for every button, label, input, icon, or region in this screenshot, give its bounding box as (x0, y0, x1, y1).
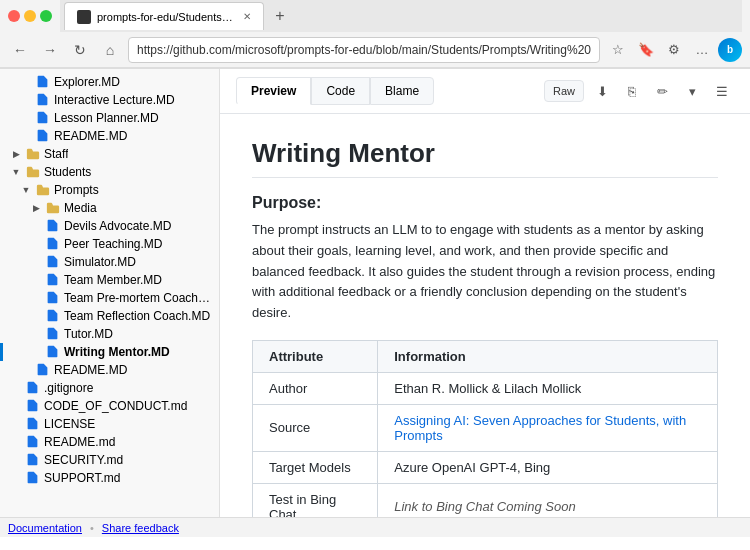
sidebar-item-team-member[interactable]: Team Member.MD (0, 271, 219, 289)
chevron-icon (30, 292, 42, 304)
sidebar-item-support[interactable]: SUPPORT.md (0, 469, 219, 487)
table-cell-attribute: Test in Bing Chat (253, 483, 378, 517)
file-icon (26, 453, 40, 467)
tab-close-icon[interactable]: ✕ (243, 11, 251, 22)
sidebar-item-label: CODE_OF_CONDUCT.md (44, 399, 187, 413)
table-link[interactable]: Assigning AI: Seven Approaches for Stude… (394, 413, 686, 443)
sidebar-item-label: Interactive Lecture.MD (54, 93, 175, 107)
file-icon (36, 363, 50, 377)
file-icon (46, 219, 60, 233)
sidebar-item-staff[interactable]: ▶Staff (0, 145, 219, 163)
sidebar-item-team-reflection[interactable]: Team Reflection Coach.MD (0, 307, 219, 325)
sidebar-item-prompts[interactable]: ▼Prompts (0, 181, 219, 199)
sidebar-item-label: Tutor.MD (64, 327, 113, 341)
page-title: Writing Mentor (252, 138, 718, 178)
sidebar-item-simulator[interactable]: Simulator.MD (0, 253, 219, 271)
sidebar-item-lesson-planner[interactable]: Lesson Planner.MD (0, 109, 219, 127)
new-tab-button[interactable]: + (268, 4, 292, 28)
gh-file-actions: Raw ⬇ ⎘ ✏ ▾ ☰ (544, 79, 734, 103)
table-row: SourceAssigning AI: Seven Approaches for… (253, 404, 718, 451)
edit-dropdown-icon[interactable]: ▾ (680, 79, 704, 103)
sidebar-item-readme-root[interactable]: README.md (0, 433, 219, 451)
chevron-icon (20, 76, 32, 88)
raw-button[interactable]: Raw (544, 80, 584, 102)
browser-tab[interactable]: prompts-for-edu/Students/Prom... ✕ (64, 2, 264, 30)
tab-blame[interactable]: Blame (370, 77, 434, 105)
maximize-button[interactable] (40, 10, 52, 22)
table-cell-attribute: Source (253, 404, 378, 451)
home-button[interactable]: ⌂ (98, 38, 122, 62)
file-icon (26, 435, 40, 449)
more-icon[interactable]: … (690, 38, 714, 62)
documentation-link[interactable]: Documentation (8, 522, 82, 534)
table-cell-info: Azure OpenAI GPT-4, Bing (378, 451, 718, 483)
sidebar-item-label: README.MD (54, 129, 127, 143)
sidebar-item-code-of-conduct[interactable]: CODE_OF_CONDUCT.md (0, 397, 219, 415)
sidebar-item-explorer-md[interactable]: Explorer.MD (0, 73, 219, 91)
address-bar-input[interactable] (128, 37, 600, 63)
sidebar-item-label: Team Reflection Coach.MD (64, 309, 210, 323)
tab-code[interactable]: Code (311, 77, 370, 105)
file-icon (46, 255, 60, 269)
separator: • (90, 522, 94, 534)
folder-icon (36, 183, 50, 197)
back-button[interactable]: ← (8, 38, 32, 62)
file-icon (26, 471, 40, 485)
table-cell-info[interactable]: Assigning AI: Seven Approaches for Stude… (378, 404, 718, 451)
table-header-attribute: Attribute (253, 340, 378, 372)
folder-icon (26, 147, 40, 161)
collections-icon[interactable]: 🔖 (634, 38, 658, 62)
refresh-button[interactable]: ↻ (68, 38, 92, 62)
minimize-button[interactable] (24, 10, 36, 22)
sidebar-item-label: Students (44, 165, 91, 179)
file-tree-sidebar: Explorer.MDInteractive Lecture.MDLesson … (0, 69, 220, 517)
chevron-icon (10, 472, 22, 484)
sidebar-item-devils-advocate[interactable]: Devils Advocate.MD (0, 217, 219, 235)
download-icon[interactable]: ⬇ (590, 79, 614, 103)
tab-favicon (77, 10, 91, 24)
sidebar-item-writing-mentor[interactable]: Writing Mentor.MD (0, 343, 219, 361)
star-icon[interactable]: ☆ (606, 38, 630, 62)
purpose-heading: Purpose: (252, 194, 718, 212)
file-icon (46, 273, 60, 287)
forward-button[interactable]: → (38, 38, 62, 62)
chevron-icon: ▶ (10, 148, 22, 160)
file-icon (36, 129, 50, 143)
table-cell-attribute: Target Models (253, 451, 378, 483)
sidebar-item-peer-teaching[interactable]: Peer Teaching.MD (0, 235, 219, 253)
sidebar-item-media[interactable]: ▶Media (0, 199, 219, 217)
sidebar-item-label: SECURITY.md (44, 453, 123, 467)
chevron-icon: ▼ (10, 166, 22, 178)
sidebar-item-gitignore[interactable]: .gitignore (0, 379, 219, 397)
chevron-icon (10, 382, 22, 394)
file-icon (36, 93, 50, 107)
close-button[interactable] (8, 10, 20, 22)
chevron-icon: ▼ (20, 184, 32, 196)
copy-raw-icon[interactable]: ⎘ (620, 79, 644, 103)
settings-icon[interactable]: ⚙ (662, 38, 686, 62)
sidebar-item-security[interactable]: SECURITY.md (0, 451, 219, 469)
edit-icon[interactable]: ✏ (650, 79, 674, 103)
sidebar-item-label: Peer Teaching.MD (64, 237, 163, 251)
sidebar-item-students[interactable]: ▼Students (0, 163, 219, 181)
sidebar-item-tutor[interactable]: Tutor.MD (0, 325, 219, 343)
file-icon (26, 399, 40, 413)
sidebar-item-readme-md[interactable]: README.MD (0, 361, 219, 379)
sidebar-item-interactive-lecture[interactable]: Interactive Lecture.MD (0, 91, 219, 109)
sidebar-item-readme-md-upper[interactable]: README.MD (0, 127, 219, 145)
sidebar-item-label: Team Pre-mortem Coach.MD (64, 291, 211, 305)
sidebar-item-label: README.md (44, 435, 115, 449)
tab-preview[interactable]: Preview (236, 77, 311, 105)
sidebar-item-label: Staff (44, 147, 68, 161)
markdown-content: Writing Mentor Purpose: The prompt instr… (220, 114, 750, 517)
sidebar-item-team-premortem[interactable]: Team Pre-mortem Coach.MD (0, 289, 219, 307)
file-icon (46, 237, 60, 251)
sidebar-item-label: Simulator.MD (64, 255, 136, 269)
share-feedback-link[interactable]: Share feedback (102, 522, 179, 534)
folder-icon (26, 165, 40, 179)
sidebar-item-license[interactable]: LICENSE (0, 415, 219, 433)
table-cell-attribute: Author (253, 372, 378, 404)
file-icon (26, 381, 40, 395)
more-options-icon[interactable]: ☰ (710, 79, 734, 103)
chevron-icon (10, 418, 22, 430)
